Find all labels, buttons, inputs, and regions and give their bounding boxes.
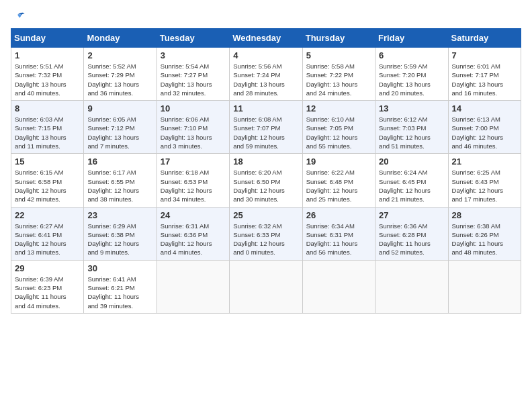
- calendar-cell: 29Sunrise: 6:39 AM Sunset: 6:23 PM Dayli…: [11, 260, 84, 313]
- day-number: 21: [452, 156, 517, 167]
- calendar-cell: 8Sunrise: 6:03 AM Sunset: 7:15 PM Daylig…: [11, 101, 84, 154]
- day-info: Sunrise: 5:51 AM Sunset: 7:32 PM Dayligh…: [15, 62, 80, 97]
- calendar-cell: 7Sunrise: 6:01 AM Sunset: 7:17 PM Daylig…: [448, 48, 521, 101]
- calendar-cell: 24Sunrise: 6:31 AM Sunset: 6:36 PM Dayli…: [157, 207, 229, 260]
- day-header-tuesday: Tuesday: [157, 29, 229, 48]
- day-info: Sunrise: 6:01 AM Sunset: 7:17 PM Dayligh…: [452, 62, 517, 97]
- calendar-cell: 6Sunrise: 5:59 AM Sunset: 7:20 PM Daylig…: [375, 48, 448, 101]
- day-number: 23: [87, 210, 152, 220]
- calendar-cell: [448, 260, 521, 313]
- calendar-cell: 2Sunrise: 5:52 AM Sunset: 7:29 PM Daylig…: [84, 48, 157, 101]
- day-info: Sunrise: 6:31 AM Sunset: 6:36 PM Dayligh…: [161, 222, 226, 257]
- day-info: Sunrise: 6:17 AM Sunset: 6:55 PM Dayligh…: [87, 168, 152, 203]
- day-number: 20: [379, 156, 444, 167]
- calendar-cell: 28Sunrise: 6:38 AM Sunset: 6:26 PM Dayli…: [448, 207, 521, 260]
- calendar-cell: 21Sunrise: 6:25 AM Sunset: 6:43 PM Dayli…: [448, 154, 521, 207]
- day-header-sunday: Sunday: [11, 29, 84, 48]
- calendar-cell: [302, 260, 375, 313]
- day-info: Sunrise: 6:15 AM Sunset: 6:58 PM Dayligh…: [15, 168, 80, 203]
- day-number: 24: [161, 210, 226, 220]
- day-header-monday: Monday: [84, 29, 157, 48]
- day-number: 3: [161, 50, 226, 60]
- calendar-cell: 22Sunrise: 6:27 AM Sunset: 6:41 PM Dayli…: [11, 207, 84, 260]
- day-info: Sunrise: 6:34 AM Sunset: 6:31 PM Dayligh…: [306, 222, 371, 257]
- day-info: Sunrise: 6:05 AM Sunset: 7:12 PM Dayligh…: [87, 115, 152, 150]
- day-info: Sunrise: 5:54 AM Sunset: 7:27 PM Dayligh…: [161, 62, 226, 97]
- day-number: 25: [233, 210, 298, 220]
- calendar-cell: 15Sunrise: 6:15 AM Sunset: 6:58 PM Dayli…: [11, 154, 84, 207]
- day-number: 27: [379, 210, 444, 220]
- calendar-cell: 1Sunrise: 5:51 AM Sunset: 7:32 PM Daylig…: [11, 48, 84, 101]
- day-info: Sunrise: 6:10 AM Sunset: 7:05 PM Dayligh…: [306, 115, 371, 150]
- page-header: [11, 11, 521, 23]
- day-info: Sunrise: 6:18 AM Sunset: 6:53 PM Dayligh…: [161, 168, 226, 203]
- calendar-cell: 13Sunrise: 6:12 AM Sunset: 7:03 PM Dayli…: [375, 101, 448, 154]
- calendar-cell: 18Sunrise: 6:20 AM Sunset: 6:50 PM Dayli…: [230, 154, 302, 207]
- day-number: 9: [87, 103, 152, 113]
- day-number: 28: [452, 210, 517, 220]
- day-header-wednesday: Wednesday: [230, 29, 302, 48]
- day-number: 4: [233, 50, 298, 60]
- day-info: Sunrise: 6:20 AM Sunset: 6:50 PM Dayligh…: [233, 168, 298, 203]
- day-header-friday: Friday: [375, 29, 448, 48]
- calendar-cell: 12Sunrise: 6:10 AM Sunset: 7:05 PM Dayli…: [302, 101, 375, 154]
- day-number: 7: [452, 50, 517, 60]
- day-info: Sunrise: 5:58 AM Sunset: 7:22 PM Dayligh…: [306, 62, 371, 97]
- day-number: 14: [452, 103, 517, 113]
- calendar-cell: [375, 260, 448, 313]
- calendar-cell: 27Sunrise: 6:36 AM Sunset: 6:28 PM Dayli…: [375, 207, 448, 260]
- day-info: Sunrise: 6:08 AM Sunset: 7:07 PM Dayligh…: [233, 115, 298, 150]
- calendar-cell: [157, 260, 229, 313]
- calendar-cell: 16Sunrise: 6:17 AM Sunset: 6:55 PM Dayli…: [84, 154, 157, 207]
- day-number: 26: [306, 210, 371, 220]
- day-info: Sunrise: 5:59 AM Sunset: 7:20 PM Dayligh…: [379, 62, 444, 97]
- calendar-cell: 17Sunrise: 6:18 AM Sunset: 6:53 PM Dayli…: [157, 154, 229, 207]
- calendar-cell: 11Sunrise: 6:08 AM Sunset: 7:07 PM Dayli…: [230, 101, 302, 154]
- calendar-cell: 14Sunrise: 6:13 AM Sunset: 7:00 PM Dayli…: [448, 101, 521, 154]
- calendar-cell: 30Sunrise: 6:41 AM Sunset: 6:21 PM Dayli…: [84, 260, 157, 313]
- calendar-cell: 19Sunrise: 6:22 AM Sunset: 6:48 PM Dayli…: [302, 154, 375, 207]
- day-number: 18: [233, 156, 298, 167]
- calendar-cell: 4Sunrise: 5:56 AM Sunset: 7:24 PM Daylig…: [230, 48, 302, 101]
- day-info: Sunrise: 6:06 AM Sunset: 7:10 PM Dayligh…: [161, 115, 226, 150]
- day-info: Sunrise: 6:12 AM Sunset: 7:03 PM Dayligh…: [379, 115, 444, 150]
- calendar-table: SundayMondayTuesdayWednesdayThursdayFrid…: [11, 28, 521, 314]
- calendar-cell: 10Sunrise: 6:06 AM Sunset: 7:10 PM Dayli…: [157, 101, 229, 154]
- day-number: 15: [15, 156, 80, 167]
- day-number: 8: [15, 103, 80, 113]
- logo-bird-icon: [11, 11, 26, 23]
- day-info: Sunrise: 6:29 AM Sunset: 6:38 PM Dayligh…: [87, 222, 152, 257]
- day-number: 19: [306, 156, 371, 167]
- day-header-saturday: Saturday: [448, 29, 521, 48]
- day-number: 1: [15, 50, 80, 60]
- calendar-cell: 3Sunrise: 5:54 AM Sunset: 7:27 PM Daylig…: [157, 48, 229, 101]
- calendar-cell: 9Sunrise: 6:05 AM Sunset: 7:12 PM Daylig…: [84, 101, 157, 154]
- day-number: 13: [379, 103, 444, 113]
- day-info: Sunrise: 6:25 AM Sunset: 6:43 PM Dayligh…: [452, 168, 517, 203]
- logo: [11, 11, 27, 23]
- day-number: 12: [306, 103, 371, 113]
- day-header-thursday: Thursday: [302, 29, 375, 48]
- day-info: Sunrise: 6:27 AM Sunset: 6:41 PM Dayligh…: [15, 222, 80, 257]
- day-number: 6: [379, 50, 444, 60]
- day-number: 5: [306, 50, 371, 60]
- calendar-cell: 5Sunrise: 5:58 AM Sunset: 7:22 PM Daylig…: [302, 48, 375, 101]
- day-info: Sunrise: 6:41 AM Sunset: 6:21 PM Dayligh…: [87, 275, 152, 310]
- day-info: Sunrise: 6:36 AM Sunset: 6:28 PM Dayligh…: [379, 222, 444, 257]
- day-info: Sunrise: 5:52 AM Sunset: 7:29 PM Dayligh…: [87, 62, 152, 97]
- day-number: 17: [161, 156, 226, 167]
- day-number: 22: [15, 210, 80, 220]
- calendar-cell: 25Sunrise: 6:32 AM Sunset: 6:33 PM Dayli…: [230, 207, 302, 260]
- day-number: 16: [87, 156, 152, 167]
- calendar-cell: 26Sunrise: 6:34 AM Sunset: 6:31 PM Dayli…: [302, 207, 375, 260]
- calendar-cell: 20Sunrise: 6:24 AM Sunset: 6:45 PM Dayli…: [375, 154, 448, 207]
- day-number: 29: [15, 263, 80, 273]
- day-info: Sunrise: 6:32 AM Sunset: 6:33 PM Dayligh…: [233, 222, 298, 257]
- calendar-cell: 23Sunrise: 6:29 AM Sunset: 6:38 PM Dayli…: [84, 207, 157, 260]
- day-info: Sunrise: 6:24 AM Sunset: 6:45 PM Dayligh…: [379, 168, 444, 203]
- day-number: 30: [87, 263, 152, 273]
- day-info: Sunrise: 5:56 AM Sunset: 7:24 PM Dayligh…: [233, 62, 298, 97]
- day-info: Sunrise: 6:38 AM Sunset: 6:26 PM Dayligh…: [452, 222, 517, 257]
- day-number: 2: [87, 50, 152, 60]
- day-info: Sunrise: 6:13 AM Sunset: 7:00 PM Dayligh…: [452, 115, 517, 150]
